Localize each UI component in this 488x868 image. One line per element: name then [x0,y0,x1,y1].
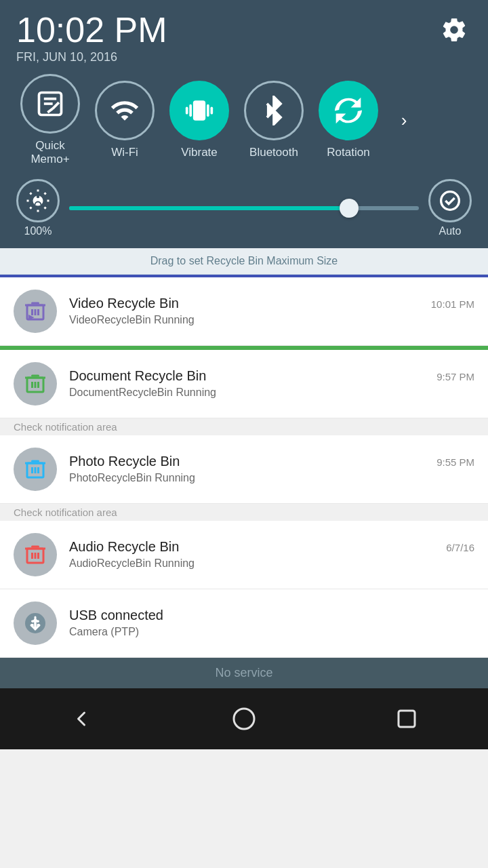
toggle-rotation[interactable]: Rotation [314,81,382,159]
svg-line-4 [47,108,52,113]
bluetooth-icon [259,96,289,125]
table-row[interactable]: USB connected Camera (PTP) [0,589,488,658]
drag-hint-text: Drag to set Recycle Bin Maximum Size [150,255,338,267]
svg-text:▶: ▶ [28,313,35,321]
clock-date: FRI, JUN 10, 2016 [16,50,167,64]
toggle-quick-memo[interactable]: QuickMemo+ [16,74,84,167]
trash-icon-document [23,372,47,396]
vibrate-icon [184,96,214,125]
notif-time-video: 10:01 PM [431,298,474,310]
notif-time-document: 9:57 PM [436,371,474,382]
vibrate-circle [169,81,229,140]
auto-brightness-button[interactable]: Auto [428,179,472,237]
trash-icon-video: ▶ [23,299,47,323]
notif-content-usb: USB connected Camera (PTP) [69,608,474,638]
brightness-row: 100% Auto [16,179,472,237]
recents-button[interactable] [380,698,434,739]
drag-hint-bar: Drag to set Recycle Bin Maximum Size [0,248,488,275]
table-row[interactable]: Document Recycle Bin 9:57 PM DocumentRec… [0,350,488,418]
notif-time-audio: 6/7/16 [446,542,474,553]
svg-rect-8 [186,107,188,115]
notif-icon-document [14,362,57,406]
svg-point-19 [37,195,40,199]
vibrate-label: Vibrate [181,146,218,159]
notif-sub-usb: Camera (PTP) [69,626,474,638]
svg-point-41 [234,709,254,729]
notif-content-audio: Audio Recycle Bin 6/7/16 AudioRecycleBin… [69,539,474,570]
notif-title-row-usb: USB connected [69,608,474,623]
notif-title-row-video: Video Recycle Bin 10:01 PM [69,296,474,311]
notif-icon-video: ▶ [14,290,57,333]
notif-title-row-photo: Photo Recycle Bin 9:55 PM [69,454,474,469]
gear-icon [441,16,468,43]
toggle-vibrate[interactable]: Vibrate [165,81,233,159]
slider-fill [69,206,349,210]
back-button[interactable] [54,698,108,739]
svg-line-3 [53,102,59,108]
bluetooth-circle [244,81,304,140]
toggle-bluetooth[interactable]: Bluetooth [240,81,308,159]
svg-line-17 [30,207,31,208]
clock-time: 10:02 PM [16,12,167,47]
svg-rect-6 [189,104,192,117]
notif-title-photo: Photo Recycle Bin [69,454,180,469]
settings-button[interactable] [436,12,472,47]
notif-title-usb: USB connected [69,608,163,623]
chevron-right-icon: › [401,110,407,131]
table-row[interactable]: Photo Recycle Bin 9:55 PM PhotoRecycleBi… [0,435,488,504]
time-block: 10:02 PM FRI, JUN 10, 2016 [16,12,167,64]
trash-icon-audio [23,542,47,567]
notif-sub-audio: AudioRecycleBin Running [69,557,474,570]
notif-title-document: Document Recycle Bin [69,368,206,384]
toggles-row: QuickMemo+ Wi-Fi [16,74,472,167]
brightness-icon [26,189,50,213]
brightness-circle [16,179,60,222]
notif-sub-video: VideoRecycleBin Running [69,314,474,326]
notif-content-video: Video Recycle Bin 10:01 PM VideoRecycleB… [69,296,474,326]
slider-thumb[interactable] [340,199,359,218]
notif-sub-document: DocumentRecycleBin Running [69,387,474,399]
partial-text-1: Check notification area [0,418,488,435]
rotation-label: Rotation [327,146,369,159]
auto-circle [428,179,472,222]
svg-rect-7 [207,104,209,117]
brightness-percent: 100% [24,225,52,237]
svg-rect-42 [399,711,415,727]
brightness-control[interactable]: 100% [16,179,60,237]
more-toggles-button[interactable]: › [392,108,416,132]
quick-memo-label: QuickMemo+ [30,139,69,167]
table-row[interactable]: Audio Recycle Bin 6/7/16 AudioRecycleBin… [0,521,488,589]
recents-icon [394,707,419,731]
brightness-slider[interactable] [69,206,419,210]
table-row[interactable]: ▶ Video Recycle Bin 10:01 PM VideoRecycl… [0,275,488,346]
svg-line-14 [45,207,46,208]
toggle-wifi[interactable]: Wi-Fi [91,81,159,159]
notif-title-audio: Audio Recycle Bin [69,539,179,555]
wifi-circle [95,81,155,140]
usb-icon [23,611,47,635]
wifi-icon [110,96,140,125]
home-button[interactable] [217,698,271,739]
no-service-bar: No service [0,658,488,688]
notif-title-video: Video Recycle Bin [69,296,179,311]
quick-memo-icon [35,89,65,119]
trash-icon-photo [23,457,47,481]
status-row: 10:02 PM FRI, JUN 10, 2016 [16,12,472,64]
svg-line-18 [45,193,46,194]
svg-rect-5 [193,101,205,121]
notif-time-photo: 9:55 PM [436,456,474,468]
svg-line-13 [30,193,31,194]
back-icon [69,707,94,731]
rotation-circle [319,81,378,140]
notif-title-row-audio: Audio Recycle Bin 6/7/16 [69,539,474,555]
partial-text-2: Check notification area [0,504,488,521]
notif-title-row-document: Document Recycle Bin 9:57 PM [69,368,474,384]
notifications-list: ▶ Video Recycle Bin 10:01 PM VideoRecycl… [0,275,488,658]
home-icon [232,707,256,731]
svg-point-20 [441,191,460,210]
navigation-bar [0,688,488,749]
svg-rect-9 [211,107,214,115]
notif-content-photo: Photo Recycle Bin 9:55 PM PhotoRecycleBi… [69,454,474,484]
rotation-icon [333,96,363,125]
auto-label: Auto [439,225,462,237]
